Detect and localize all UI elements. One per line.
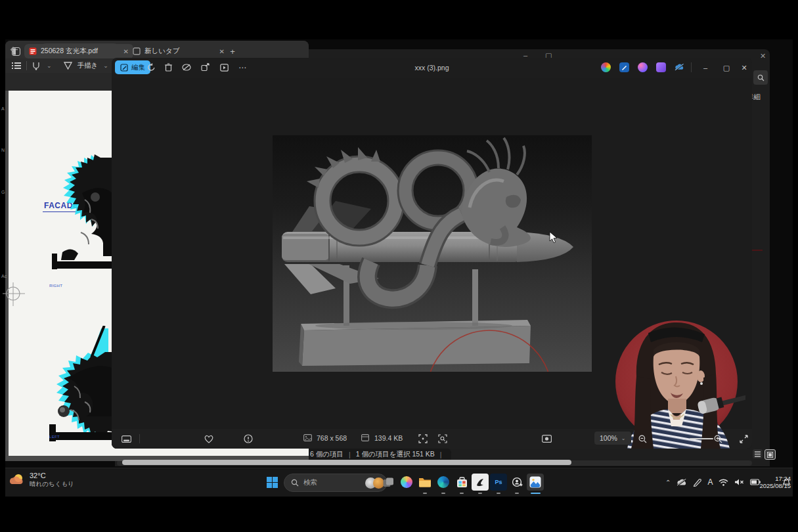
file-info-button[interactable]	[242, 432, 255, 445]
status-divider: |	[349, 451, 351, 458]
tab-actions-button[interactable]	[11, 46, 21, 56]
onedrive-paused-tray-icon[interactable]	[676, 479, 687, 486]
status-divider: |	[440, 451, 442, 458]
tab-label: 250628 玄光本.pdf	[41, 47, 98, 56]
running-indicator	[515, 493, 519, 494]
clipchamp-icon[interactable]	[656, 62, 666, 72]
margin-letter: G	[1, 190, 5, 194]
photos-minimize-button[interactable]: –	[696, 60, 715, 75]
edge-icon	[437, 476, 449, 488]
taskbar-edge[interactable]	[435, 474, 452, 491]
ime-mode-indicator[interactable]: A	[707, 477, 713, 487]
toolbar-divider	[139, 434, 140, 443]
taskbar-file-explorer[interactable]	[416, 474, 433, 491]
horizontal-scrollbar-thumb[interactable]	[122, 460, 571, 465]
cloud-slash-icon	[675, 64, 684, 71]
notification-bell[interactable]	[782, 477, 791, 487]
pen-dropdown-caret[interactable]: ⌄	[47, 62, 52, 69]
wifi-icon[interactable]	[719, 479, 728, 486]
weather-condition: 晴れのちくもり	[30, 480, 74, 488]
explorer-status-bar: 6 個の項目 | 1 個の項目を選択 151 KB |	[301, 449, 451, 460]
browser-tab-pdf[interactable]: 250628 玄光本.pdf ✕	[24, 44, 133, 58]
filmstrip-toggle-button[interactable]	[120, 432, 133, 445]
zoom-out-icon	[638, 435, 647, 443]
visual-search-button[interactable]	[436, 432, 449, 445]
info-icon	[244, 434, 253, 443]
toolbar-divider	[26, 61, 27, 70]
visual-search-icon	[438, 434, 447, 443]
image-editor-icon[interactable]	[619, 62, 629, 72]
onedrive-paused-icon[interactable]	[675, 62, 684, 72]
zoom-dropdown-caret: ⌄	[621, 435, 626, 441]
zoom-to-fit-button[interactable]	[416, 432, 430, 445]
crosshair-gizmo	[3, 282, 25, 306]
tray-chevron-button[interactable]: ⌃	[665, 479, 671, 486]
video-button[interactable]	[217, 60, 231, 74]
start-button[interactable]	[263, 474, 280, 491]
explorer-search-button[interactable]	[753, 70, 768, 85]
photos-close-button[interactable]: ✕	[737, 60, 751, 75]
delete-button[interactable]	[161, 60, 175, 74]
margin-letter: A	[1, 106, 5, 111]
titlebar-divider	[691, 62, 692, 72]
taskbar-store[interactable]	[453, 474, 470, 491]
task-view-icon	[383, 477, 394, 487]
slash-circle-icon	[182, 63, 191, 72]
image-filesize: 139.4 KB	[374, 434, 403, 442]
weather-temperature: 32°C	[30, 472, 74, 480]
taskbar-zbrush[interactable]	[472, 474, 489, 491]
zoom-in-button[interactable]	[711, 432, 724, 445]
pen-tool-icon[interactable]	[32, 62, 41, 70]
weather-widget[interactable]: 32°C 晴れのちくもり	[9, 472, 74, 488]
highlighter-tool-icon[interactable]	[64, 62, 72, 70]
freehand-dropdown-caret[interactable]: ⌄	[103, 62, 108, 69]
taskbar: 32°C 晴れのちくもり 検索	[5, 468, 793, 497]
thumbnail-view-toggle[interactable]	[765, 449, 776, 460]
more-options-button[interactable]: ⋯	[235, 60, 250, 74]
pencil-icon	[621, 64, 627, 70]
red-annotation-tick	[752, 250, 763, 251]
taskbar-copilot[interactable]	[398, 474, 415, 491]
heart-icon	[204, 435, 213, 443]
explorer-close-button[interactable]: ✕	[760, 52, 766, 60]
taskbar-search-box[interactable]: 検索	[284, 474, 388, 492]
fullscreen-button[interactable]	[737, 432, 750, 445]
hide-background-button[interactable]	[179, 60, 194, 74]
filesize-icon	[361, 434, 369, 441]
folder-icon	[418, 477, 432, 487]
image-dimensions: 768 x 568	[317, 434, 347, 442]
canvas-background-button[interactable]	[540, 432, 553, 445]
taskbar-photoshop[interactable]: Ps	[490, 474, 507, 491]
taskbar-photos-active[interactable]	[527, 474, 544, 491]
zoom-slider[interactable]	[690, 438, 713, 439]
zoom-out-button[interactable]	[636, 432, 649, 445]
freehand-tool-label[interactable]: 手描き	[78, 61, 99, 70]
favorite-button[interactable]	[202, 432, 215, 445]
share-button[interactable]	[198, 60, 212, 74]
copilot-icon[interactable]	[638, 62, 648, 72]
video-play-icon	[220, 64, 229, 72]
volume-muted-icon[interactable]	[734, 478, 744, 486]
pdf-figure-right	[43, 154, 116, 272]
new-tab-button[interactable]: +	[227, 45, 238, 57]
tab-close-button[interactable]: ✕	[219, 48, 225, 55]
running-indicator	[441, 493, 445, 494]
pen-tray-icon[interactable]	[693, 478, 701, 487]
table-of-contents-icon[interactable]	[12, 62, 21, 70]
frame-icon	[542, 435, 552, 443]
list-view-toggle[interactable]	[753, 449, 763, 458]
rotate-button[interactable]	[144, 60, 158, 74]
taskbar-camera-app[interactable]	[508, 474, 525, 491]
newtab-file-icon	[133, 47, 141, 55]
pdf-figure-left	[41, 326, 119, 444]
share-icon	[201, 63, 210, 72]
taskbar-task-view[interactable]	[380, 474, 397, 491]
zbrush-icon	[475, 477, 485, 487]
fullscreen-icon	[740, 435, 748, 443]
mouse-cursor	[549, 231, 558, 244]
list-view-icon	[755, 451, 761, 457]
designer-color-wheel-icon[interactable]	[601, 62, 611, 72]
zoom-level-dropdown[interactable]: 100% ⌄	[594, 432, 631, 445]
browser-tab-newtab[interactable]: 新しいタブ ✕	[128, 44, 229, 58]
photos-maximize-button[interactable]: ▢	[717, 60, 736, 75]
